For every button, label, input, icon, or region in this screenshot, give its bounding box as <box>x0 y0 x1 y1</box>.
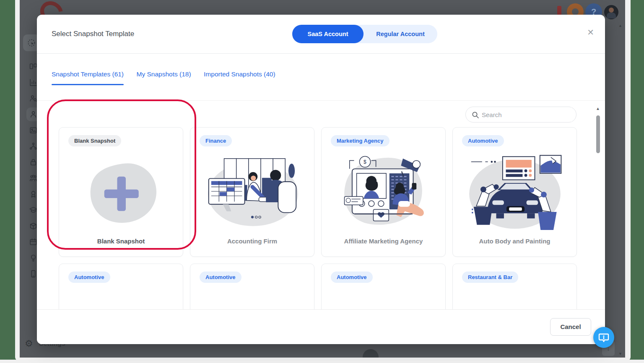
tab-snapshot-templates[interactable]: Snapshot Templates (61) <box>52 71 124 85</box>
search-input[interactable] <box>482 107 572 122</box>
close-icon[interactable]: ✕ <box>587 27 594 37</box>
tab-my-snapshots[interactable]: My Snapshots (18) <box>137 71 191 85</box>
search-box <box>465 107 576 123</box>
card-title: Blank Snapshot <box>59 238 183 245</box>
card-badge: Marketing Agency <box>331 135 390 146</box>
card-accounting-firm[interactable]: Finance <box>190 127 314 257</box>
sidebar-item-mobile-icon[interactable] <box>29 269 38 278</box>
modal-scroll-up-icon[interactable]: ▲ <box>596 106 600 111</box>
marketing-illustration: $ <box>335 148 432 234</box>
account-type-toggle: SaaS Account Regular Account <box>292 25 437 43</box>
launchpad-icon <box>27 38 36 47</box>
sidebar-item-people-group-icon[interactable] <box>29 174 38 183</box>
user-avatar[interactable] <box>604 5 618 19</box>
chat-widget-button[interactable] <box>593 327 614 348</box>
card-auto-body-and-painting[interactable]: Automotive <box>452 127 577 257</box>
sidebar-item-box-icon[interactable] <box>29 222 38 230</box>
modal-header: Select Snapshot Template SaaS Account Re… <box>37 15 605 54</box>
modal-scrollbar-thumb[interactable] <box>596 115 600 153</box>
sidebar-item-lock-icon[interactable] <box>29 158 38 167</box>
card-badge: Automotive <box>200 272 242 283</box>
auto-body-illustration <box>467 148 563 234</box>
modal-body: Blank Snapshot Blank Snapshot Finance <box>37 86 605 324</box>
gear-icon: ⚙ <box>25 338 33 349</box>
cancel-button[interactable]: Cancel <box>550 318 591 336</box>
background-bubble <box>363 349 379 358</box>
card-badge: Automotive <box>68 272 110 283</box>
card-badge: Blank Snapshot <box>68 135 121 146</box>
chat-bubble-icon <box>597 331 610 344</box>
card-title: Affiliate Marketing Agency <box>322 238 445 245</box>
sidebar-item-contact-icon[interactable] <box>29 110 38 119</box>
sidebar-item-media-icon[interactable] <box>29 126 38 135</box>
card-badge: Finance <box>200 135 232 146</box>
sidebar-item-idea-bulb-icon[interactable] <box>29 253 38 262</box>
toggle-saas-account[interactable]: SaaS Account <box>292 25 364 43</box>
toggle-regular-account[interactable]: Regular Account <box>364 25 437 43</box>
app-scroll-down-icon[interactable]: ▼ <box>618 352 622 356</box>
app-scroll-up-icon[interactable]: ▲ <box>618 24 622 28</box>
search-icon <box>472 111 479 119</box>
svg-text:$: $ <box>364 159 366 165</box>
sidebar-item-bar-chart-icon[interactable] <box>29 78 38 87</box>
modal-footer: Cancel <box>37 309 605 344</box>
sidebar-item-kanban-icon[interactable] <box>29 62 38 71</box>
sidebar-item-organization-icon[interactable] <box>29 142 38 151</box>
screen: ? ▲ ▼ ⚙ Settings ↓ Select <box>0 0 644 363</box>
tab-imported-snapshots[interactable]: Imported Snapshots (40) <box>204 71 275 85</box>
card-badge: Restaurant & Bar <box>462 272 518 283</box>
sidebar-item-award-icon[interactable] <box>29 190 38 198</box>
sidebar-item-calendar-icon[interactable] <box>29 238 38 246</box>
sidebar-item-education-icon[interactable] <box>29 206 38 214</box>
template-grid-row-1: Blank Snapshot Blank Snapshot Finance <box>59 127 577 257</box>
sidebar-item-contact-search-icon[interactable] <box>29 94 38 103</box>
card-affiliate-marketing-agency[interactable]: Marketing Agency $ <box>321 127 446 257</box>
card-title: Auto Body and Painting <box>453 238 576 245</box>
select-snapshot-template-modal: Select Snapshot Template SaaS Account Re… <box>37 15 605 344</box>
card-title: Accounting Firm <box>190 238 314 245</box>
header-red-icon[interactable] <box>557 6 561 15</box>
modal-title: Select Snapshot Template <box>52 30 134 38</box>
card-blank-snapshot[interactable]: Blank Snapshot Blank Snapshot <box>59 127 183 257</box>
card-badge: Automotive <box>462 135 504 146</box>
card-badge: Automotive <box>331 272 373 283</box>
accounting-illustration <box>204 148 301 234</box>
blank-plus-illustration <box>73 148 169 234</box>
